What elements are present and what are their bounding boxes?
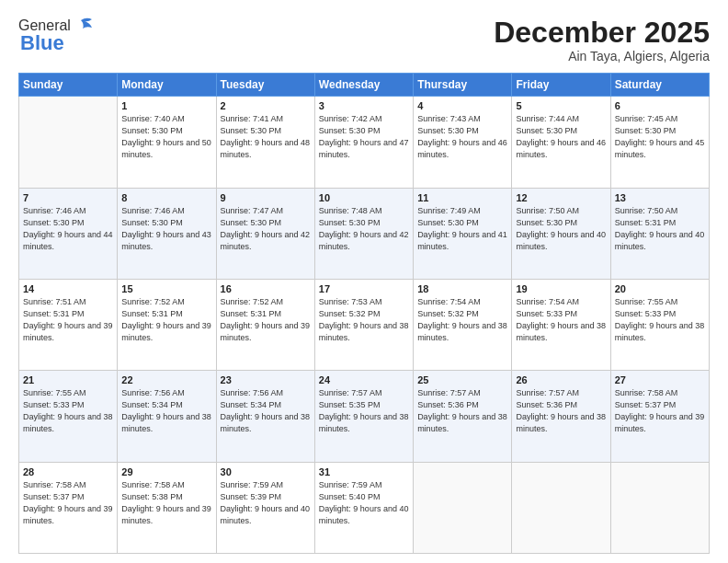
day-info: Sunrise: 7:59 AMSunset: 5:40 PMDaylight:… bbox=[319, 479, 409, 527]
table-row: 28Sunrise: 7:58 AMSunset: 5:37 PMDayligh… bbox=[19, 462, 118, 553]
day-info: Sunrise: 7:54 AMSunset: 5:32 PMDaylight:… bbox=[417, 296, 507, 344]
table-row: 27Sunrise: 7:58 AMSunset: 5:37 PMDayligh… bbox=[610, 371, 709, 462]
day-info: Sunrise: 7:43 AMSunset: 5:30 PMDaylight:… bbox=[417, 113, 507, 161]
table-row bbox=[414, 462, 512, 553]
day-info: Sunrise: 7:54 AMSunset: 5:33 PMDaylight:… bbox=[516, 296, 606, 344]
table-row: 13Sunrise: 7:50 AMSunset: 5:31 PMDayligh… bbox=[610, 188, 709, 279]
day-number: 31 bbox=[319, 466, 409, 477]
col-friday: Friday bbox=[512, 74, 610, 97]
day-info: Sunrise: 7:46 AMSunset: 5:30 PMDaylight:… bbox=[23, 205, 113, 253]
day-number: 3 bbox=[319, 100, 409, 111]
table-row: 7Sunrise: 7:46 AMSunset: 5:30 PMDaylight… bbox=[19, 188, 118, 279]
calendar-week-row: 7Sunrise: 7:46 AMSunset: 5:30 PMDaylight… bbox=[19, 188, 710, 279]
day-number: 27 bbox=[615, 374, 705, 385]
month-title: December 2025 bbox=[494, 17, 710, 49]
day-info: Sunrise: 7:55 AMSunset: 5:33 PMDaylight:… bbox=[615, 296, 705, 344]
day-number: 25 bbox=[417, 374, 507, 385]
day-number: 28 bbox=[23, 466, 113, 477]
day-number: 1 bbox=[121, 100, 211, 111]
calendar-table: Sunday Monday Tuesday Wednesday Thursday… bbox=[18, 73, 710, 554]
table-row: 12Sunrise: 7:50 AMSunset: 5:30 PMDayligh… bbox=[512, 188, 610, 279]
day-number: 11 bbox=[417, 192, 507, 203]
calendar-week-row: 1Sunrise: 7:40 AMSunset: 5:30 PMDaylight… bbox=[19, 97, 710, 188]
header: General Blue December 2025 Ain Taya, Alg… bbox=[18, 17, 710, 63]
table-row: 24Sunrise: 7:57 AMSunset: 5:35 PMDayligh… bbox=[314, 371, 413, 462]
table-row: 3Sunrise: 7:42 AMSunset: 5:30 PMDaylight… bbox=[314, 97, 413, 188]
day-number: 30 bbox=[221, 466, 311, 477]
day-number: 21 bbox=[23, 374, 113, 385]
table-row: 9Sunrise: 7:47 AMSunset: 5:30 PMDaylight… bbox=[216, 188, 314, 279]
table-row: 16Sunrise: 7:52 AMSunset: 5:31 PMDayligh… bbox=[216, 279, 314, 370]
day-number: 12 bbox=[516, 192, 606, 203]
day-number: 15 bbox=[121, 283, 211, 294]
day-info: Sunrise: 7:57 AMSunset: 5:36 PMDaylight:… bbox=[417, 387, 507, 435]
table-row: 31Sunrise: 7:59 AMSunset: 5:40 PMDayligh… bbox=[314, 462, 413, 553]
day-number: 26 bbox=[516, 374, 606, 385]
table-row: 20Sunrise: 7:55 AMSunset: 5:33 PMDayligh… bbox=[610, 279, 709, 370]
table-row: 14Sunrise: 7:51 AMSunset: 5:31 PMDayligh… bbox=[19, 279, 118, 370]
day-number: 13 bbox=[615, 192, 705, 203]
table-row: 17Sunrise: 7:53 AMSunset: 5:32 PMDayligh… bbox=[314, 279, 413, 370]
logo-bird-icon bbox=[74, 17, 94, 35]
day-info: Sunrise: 7:56 AMSunset: 5:34 PMDaylight:… bbox=[221, 387, 311, 435]
table-row bbox=[610, 462, 709, 553]
day-number: 4 bbox=[417, 100, 507, 111]
day-number: 23 bbox=[221, 374, 311, 385]
day-info: Sunrise: 7:58 AMSunset: 5:38 PMDaylight:… bbox=[121, 479, 211, 527]
day-info: Sunrise: 7:50 AMSunset: 5:31 PMDaylight:… bbox=[615, 205, 705, 253]
table-row: 19Sunrise: 7:54 AMSunset: 5:33 PMDayligh… bbox=[512, 279, 610, 370]
day-info: Sunrise: 7:50 AMSunset: 5:30 PMDaylight:… bbox=[516, 205, 606, 253]
title-block: December 2025 Ain Taya, Algiers, Algeria bbox=[494, 17, 710, 63]
table-row: 30Sunrise: 7:59 AMSunset: 5:39 PMDayligh… bbox=[216, 462, 314, 553]
day-info: Sunrise: 7:58 AMSunset: 5:37 PMDaylight:… bbox=[615, 387, 705, 435]
day-number: 29 bbox=[121, 466, 211, 477]
table-row: 23Sunrise: 7:56 AMSunset: 5:34 PMDayligh… bbox=[216, 371, 314, 462]
day-number: 9 bbox=[221, 192, 311, 203]
day-info: Sunrise: 7:48 AMSunset: 5:30 PMDaylight:… bbox=[319, 205, 409, 253]
table-row: 5Sunrise: 7:44 AMSunset: 5:30 PMDaylight… bbox=[512, 97, 610, 188]
day-info: Sunrise: 7:51 AMSunset: 5:31 PMDaylight:… bbox=[23, 296, 113, 344]
day-info: Sunrise: 7:41 AMSunset: 5:30 PMDaylight:… bbox=[221, 113, 311, 161]
day-info: Sunrise: 7:45 AMSunset: 5:30 PMDaylight:… bbox=[615, 113, 705, 161]
day-number: 22 bbox=[121, 374, 211, 385]
day-number: 7 bbox=[23, 192, 113, 203]
day-number: 20 bbox=[615, 283, 705, 294]
day-info: Sunrise: 7:40 AMSunset: 5:30 PMDaylight:… bbox=[121, 113, 211, 161]
logo: General Blue bbox=[18, 17, 94, 55]
table-row: 15Sunrise: 7:52 AMSunset: 5:31 PMDayligh… bbox=[118, 279, 216, 370]
col-saturday: Saturday bbox=[610, 74, 709, 97]
day-info: Sunrise: 7:47 AMSunset: 5:30 PMDaylight:… bbox=[221, 205, 311, 253]
table-row: 21Sunrise: 7:55 AMSunset: 5:33 PMDayligh… bbox=[19, 371, 118, 462]
day-number: 14 bbox=[23, 283, 113, 294]
day-info: Sunrise: 7:56 AMSunset: 5:34 PMDaylight:… bbox=[121, 387, 211, 435]
col-monday: Monday bbox=[118, 74, 216, 97]
table-row: 29Sunrise: 7:58 AMSunset: 5:38 PMDayligh… bbox=[118, 462, 216, 553]
day-number: 16 bbox=[221, 283, 311, 294]
day-info: Sunrise: 7:49 AMSunset: 5:30 PMDaylight:… bbox=[417, 205, 507, 253]
day-number: 18 bbox=[417, 283, 507, 294]
table-row bbox=[512, 462, 610, 553]
table-row: 18Sunrise: 7:54 AMSunset: 5:32 PMDayligh… bbox=[414, 279, 512, 370]
table-row: 6Sunrise: 7:45 AMSunset: 5:30 PMDaylight… bbox=[610, 97, 709, 188]
day-info: Sunrise: 7:52 AMSunset: 5:31 PMDaylight:… bbox=[121, 296, 211, 344]
day-info: Sunrise: 7:58 AMSunset: 5:37 PMDaylight:… bbox=[23, 479, 113, 527]
table-row bbox=[19, 97, 118, 188]
day-info: Sunrise: 7:52 AMSunset: 5:31 PMDaylight:… bbox=[221, 296, 311, 344]
day-number: 19 bbox=[516, 283, 606, 294]
day-info: Sunrise: 7:57 AMSunset: 5:36 PMDaylight:… bbox=[516, 387, 606, 435]
col-wednesday: Wednesday bbox=[314, 74, 413, 97]
col-thursday: Thursday bbox=[414, 74, 512, 97]
col-sunday: Sunday bbox=[19, 74, 118, 97]
day-number: 8 bbox=[121, 192, 211, 203]
day-info: Sunrise: 7:55 AMSunset: 5:33 PMDaylight:… bbox=[23, 387, 113, 435]
table-row: 2Sunrise: 7:41 AMSunset: 5:30 PMDaylight… bbox=[216, 97, 314, 188]
day-info: Sunrise: 7:53 AMSunset: 5:32 PMDaylight:… bbox=[319, 296, 409, 344]
table-row: 8Sunrise: 7:46 AMSunset: 5:30 PMDaylight… bbox=[118, 188, 216, 279]
day-number: 5 bbox=[516, 100, 606, 111]
calendar-header-row: Sunday Monday Tuesday Wednesday Thursday… bbox=[19, 74, 710, 97]
day-info: Sunrise: 7:46 AMSunset: 5:30 PMDaylight:… bbox=[121, 205, 211, 253]
day-info: Sunrise: 7:57 AMSunset: 5:35 PMDaylight:… bbox=[319, 387, 409, 435]
table-row: 4Sunrise: 7:43 AMSunset: 5:30 PMDaylight… bbox=[414, 97, 512, 188]
page: General Blue December 2025 Ain Taya, Alg… bbox=[0, 0, 728, 563]
calendar-week-row: 28Sunrise: 7:58 AMSunset: 5:37 PMDayligh… bbox=[19, 462, 710, 553]
